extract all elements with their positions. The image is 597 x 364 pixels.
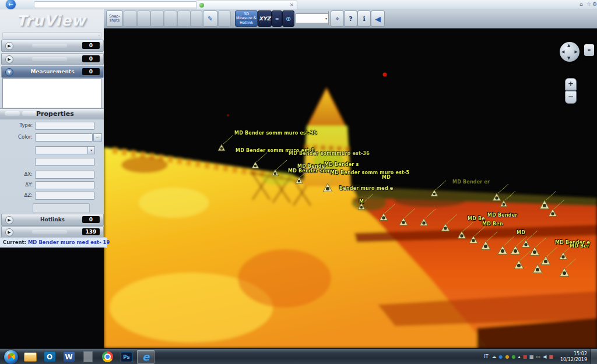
taskbar-icons: OWPse [0, 349, 156, 364]
browser-tab[interactable]: × [196, 1, 297, 9]
sync-tray-icon[interactable]: ● [499, 355, 503, 359]
chrome-taskbar-icon[interactable] [99, 350, 116, 364]
tab-close-icon[interactable]: × [289, 2, 294, 8]
color-field[interactable] [35, 133, 93, 142]
measure-hotlink-button[interactable]: 3D Measure & Hotlink [235, 10, 258, 27]
sidebar-panel-1-header[interactable]: ▶ 0 [1, 40, 104, 52]
notes-taskbar-icon[interactable] [79, 350, 97, 364]
illegible-panel-title [32, 57, 67, 61]
pan-left-icon[interactable]: ◀ [561, 50, 564, 54]
hotlink-label[interactable]: MD Bender s [324, 162, 359, 167]
dz-field[interactable] [35, 192, 94, 200]
current-hotlink-line: Current: MD Bender muro med est- 19 [0, 237, 107, 248]
toolbar-button-faded[interactable] [150, 10, 164, 27]
hotlink-label[interactable]: MD Bender sommmuro est-36 [289, 151, 370, 156]
info-button[interactable]: i [357, 10, 371, 27]
address-bar[interactable] [34, 1, 197, 8]
settings-gear-icon[interactable]: ⚙ [592, 1, 597, 7]
ie-taskbar-icon[interactable]: e [137, 350, 154, 364]
pointcloud-viewport[interactable]: MD Bender somm muro est-35MD Bender somm… [104, 28, 597, 348]
network-tray-icon[interactable]: ▦ [529, 355, 534, 359]
caret-tray-icon[interactable]: ▴ [518, 355, 520, 359]
help-button[interactable]: ? [344, 10, 357, 27]
hotlink-label[interactable]: MD Bender somm [288, 168, 336, 174]
pan-right-icon[interactable]: ▶ [575, 50, 578, 54]
extra-field[interactable] [35, 158, 94, 166]
xyz-button[interactable]: XYZ [258, 10, 272, 27]
units-button[interactable]: ≡ [272, 10, 282, 27]
target-icon: ⌖ [335, 15, 339, 23]
alert-red-tray-icon[interactable]: ■ [549, 355, 553, 359]
zoom-in-button[interactable]: + [565, 78, 577, 91]
update-button-disabled[interactable] [33, 203, 90, 213]
dy-field[interactable] [35, 181, 94, 189]
pan-down-icon[interactable]: ▼ [567, 56, 570, 61]
language-indicator[interactable]: IT [484, 354, 488, 359]
vpn-tray-icon[interactable]: ● [511, 355, 515, 359]
hotlink-label[interactable]: MD [517, 230, 525, 235]
expand-arrow-icon[interactable]: ▶ [5, 228, 13, 236]
toolbar-button-faded[interactable] [177, 10, 191, 27]
previous-view-button[interactable]: ◀ [371, 10, 385, 27]
hotlink-label[interactable]: MD Bender er [452, 179, 490, 185]
view-selector-combo[interactable]: ▾ [295, 13, 329, 23]
photoshop-taskbar-icon[interactable]: Ps [118, 350, 135, 364]
outlook-taskbar-icon[interactable]: O [41, 350, 58, 364]
clock-time: 15:02 [560, 351, 587, 357]
toolbar-button-faded[interactable] [137, 10, 150, 27]
hotlink-label[interactable]: Bender muro med e [339, 186, 393, 191]
pan-dpad-control[interactable]: ▲ ▼ ◀ ▶ [560, 42, 580, 62]
measurements-list[interactable] [2, 78, 101, 108]
back-triangle-icon: ◀ [375, 15, 381, 23]
banner-arrow-icon[interactable]: › [98, 33, 100, 38]
user-tray-icon[interactable]: ● [505, 355, 510, 359]
toolbar-button-faded[interactable] [124, 10, 137, 27]
volume-tray-icon[interactable]: ◀ [543, 355, 546, 359]
toolbar-button-faded[interactable] [191, 10, 202, 27]
hotlink-label[interactable]: MD Ben [482, 221, 503, 227]
word-taskbar-icon[interactable]: W [60, 350, 78, 364]
hotlink-label[interactable]: MD [382, 175, 391, 180]
illegible-tab[interactable] [22, 111, 37, 116]
hotlink-label[interactable]: MD Bender [487, 213, 518, 218]
taskbar-clock[interactable]: 15:02 10/12/2019 [560, 351, 587, 363]
globe-button[interactable]: ⊕ [282, 10, 294, 27]
markups-panel-header[interactable]: ▶ 139 [1, 226, 104, 238]
dx-field[interactable] [35, 171, 94, 179]
show-desktop-button[interactable] [591, 349, 597, 364]
measurements-panel-header[interactable]: ▼ Measurements 0 [1, 66, 104, 78]
hotlink-label[interactable]: MD Bender somm muro est-5 [330, 170, 409, 175]
explorer-taskbar-icon[interactable] [22, 350, 39, 364]
toolbar-separator [328, 11, 329, 25]
sidebar-panel-2-header[interactable]: ▶ 0 [1, 53, 104, 65]
dropdown-arrow-icon[interactable]: ▾ [87, 146, 95, 154]
combo-arrow-icon: ▾ [325, 16, 327, 20]
expand-arrow-icon[interactable]: ▶ [5, 55, 13, 63]
markup-pen-button[interactable]: ✎ [203, 10, 217, 27]
style-select[interactable] [35, 146, 89, 154]
display-tray-icon[interactable]: ▭ [536, 355, 541, 359]
start-taskbar-icon[interactable] [2, 350, 20, 364]
toolbar-button-faded[interactable] [164, 10, 177, 27]
home-icon[interactable]: ⌂ [580, 1, 583, 7]
hotlink-label[interactable]: MD Bender somm muro est-35 [234, 130, 317, 136]
cloud-tray-icon[interactable]: ☁ [492, 355, 497, 359]
hotlinks-panel-header[interactable]: ▶ Hotlinks 0 [1, 214, 104, 226]
hotlinks-count-badge: 0 [82, 216, 100, 223]
snapshots-button[interactable]: Snap- shots [106, 10, 123, 27]
expand-panel-button[interactable]: » [584, 44, 594, 56]
hotlink-label[interactable]: MD Ber [570, 243, 589, 249]
pan-up-icon[interactable]: ▲ [567, 43, 570, 48]
illegible-tab[interactable] [5, 111, 20, 116]
type-label: Type: [0, 122, 33, 128]
favorites-icon[interactable]: ☆ [587, 1, 591, 7]
color-picker-button[interactable]: ... [93, 133, 102, 142]
type-field[interactable] [35, 122, 94, 130]
toolbar-button-faded[interactable] [218, 10, 231, 27]
hotlink-label[interactable]: MD Be [468, 216, 485, 221]
expand-arrow-icon[interactable]: ▶ [5, 42, 13, 50]
hotlink-label[interactable]: M [359, 199, 364, 204]
target-tool-button[interactable]: ⌖ [331, 10, 344, 27]
app-red-tray-icon[interactable]: ■ [522, 355, 527, 359]
zoom-out-button[interactable]: − [565, 91, 577, 104]
